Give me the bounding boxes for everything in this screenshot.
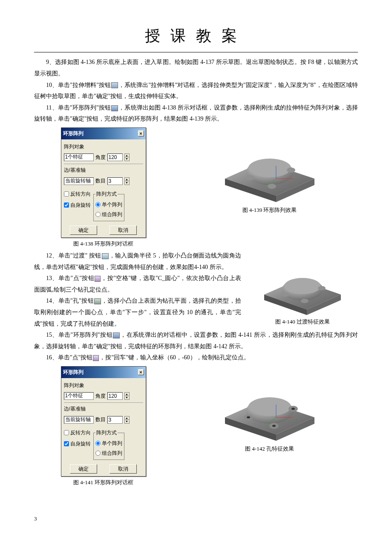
paragraph-11: 11、单击"环形阵列"按钮，系统弹出如图 4-138 所示对话框，设置参数，选择… — [34, 102, 358, 125]
array-mode-group: 阵列方式 单个阵列 组合阵列 — [93, 428, 124, 460]
circular-pattern-dialog: 环形阵列 × 阵列对象 角度 ▲▼ 边/基准轴 数目 ▲▼ — [61, 127, 146, 238]
figure-138: 环形阵列 × 阵列对象 角度 ▲▼ 边/基准轴 数目 ▲▼ — [61, 127, 146, 249]
svg-point-25 — [247, 416, 250, 418]
single-array-radio[interactable]: 单个阵列 — [95, 439, 122, 448]
count-label: 数目 — [95, 415, 106, 425]
svg-point-16 — [282, 292, 289, 297]
reverse-checkbox[interactable]: 反转方向 — [64, 428, 91, 438]
p14-text-a: 14、单击"孔"按钮 — [46, 298, 94, 304]
angle-spinner[interactable]: ▲▼ — [124, 392, 130, 400]
selfrotate-label: 自身旋转 — [70, 439, 91, 449]
array-object-label: 阵列对象 — [64, 142, 143, 152]
figure-140: 图 4-140 过渡特征效果 — [247, 252, 358, 327]
cancel-button[interactable]: 取消 — [110, 225, 137, 235]
angle-field[interactable] — [107, 153, 123, 161]
figure-139: 图 4-139 环形阵列效果 — [208, 127, 331, 216]
reverse-label: 反转方向 — [70, 189, 91, 199]
svg-point-4 — [248, 159, 291, 177]
svg-point-18 — [301, 299, 308, 303]
array-mode-legend: 阵列方式 — [95, 189, 118, 199]
svg-point-6 — [287, 168, 295, 173]
array-object-label: 阵列对象 — [64, 381, 143, 390]
count-label: 数目 — [95, 176, 106, 186]
paragraph-15: 15、单击"环形阵列"按钮，在系统弹出的对话框中，设置参数，如图 4-141 所… — [34, 330, 358, 352]
paragraph-10: 10、单击"拉伸增料"按钮，系统弹出"拉伸增料"对话框，选择拉伸类型为"固定深度… — [34, 80, 358, 102]
render-142 — [208, 366, 331, 443]
dialog-titlebar: 环形阵列 × — [61, 128, 146, 139]
count-field[interactable] — [107, 177, 123, 185]
selfrotate-checkbox[interactable]: 自身旋转 — [64, 439, 91, 449]
caption-140: 图 4-140 过渡特征效果 — [247, 317, 358, 327]
point-icon — [95, 276, 101, 282]
caption-139: 图 4-139 环形阵列效果 — [242, 205, 297, 216]
svg-point-17 — [318, 286, 326, 290]
figure-row-141-142: 环形阵列 × 阵列对象 角度 ▲▼ 边/基准轴 数目 ▲▼ — [34, 366, 358, 488]
figure-row-138-139: 环形阵列 × 阵列对象 角度 ▲▼ 边/基准轴 数目 ▲▼ — [34, 127, 358, 249]
svg-point-27 — [291, 408, 295, 410]
p10-text-a: 10、单击"拉伸增料"按钮 — [46, 82, 111, 88]
caption-138: 图 4-138 环形阵列对话框 — [73, 239, 133, 249]
array-mode-group: 阵列方式 单个阵列 组合阵列 — [93, 189, 124, 221]
circular-pattern-icon — [113, 332, 120, 338]
svg-point-7 — [268, 184, 276, 189]
close-icon[interactable]: × — [138, 369, 144, 375]
axis-field[interactable] — [64, 416, 94, 424]
single-array-radio[interactable]: 单个阵列 — [95, 200, 122, 210]
selfrotate-label: 自身旋转 — [70, 200, 91, 210]
figure-142: 图 4-142 孔特征效果 — [208, 366, 331, 454]
p11-text-a: 11、单击"环形阵列"按钮 — [46, 104, 111, 111]
svg-point-15 — [284, 278, 321, 294]
group-array-label: 组合阵列 — [102, 448, 122, 458]
paragraph-9: 9、选择如图 4-136 所示底座上表面，进入草图。绘制如图 4-137 所示草… — [34, 57, 358, 79]
p15-text-a: 15、单击"环形阵列"按钮 — [46, 332, 112, 338]
circular-pattern-icon — [111, 105, 118, 111]
reverse-checkbox[interactable]: 反转方向 — [64, 189, 91, 199]
render-140 — [251, 252, 354, 316]
caption-142: 图 4-142 孔特征效果 — [245, 444, 294, 454]
circular-pattern-dialog-2: 环形阵列 × 阵列对象 角度 ▲▼ 边/基准轴 数目 ▲▼ — [61, 366, 146, 477]
p16-text-b: ，按"回车"键，输入坐标（60，-60），绘制钻孔定位点。 — [99, 354, 249, 361]
cancel-button[interactable]: 取消 — [110, 464, 137, 474]
svg-point-5 — [246, 175, 255, 180]
single-array-label: 单个阵列 — [102, 200, 122, 210]
angle-label: 角度 — [95, 391, 106, 401]
count-spinner[interactable]: ▲▼ — [124, 416, 130, 424]
point-icon — [93, 355, 99, 361]
single-array-label: 单个阵列 — [102, 439, 122, 448]
p13-text-a: 13、单击"点"按钮 — [46, 275, 94, 281]
group-array-label: 组合阵列 — [102, 210, 122, 220]
reverse-label: 反转方向 — [70, 428, 91, 438]
document-title: 授课教案 — [34, 21, 358, 50]
array-mode-legend: 阵列方式 — [95, 428, 118, 438]
count-spinner[interactable]: ▲▼ — [124, 177, 130, 185]
extrude-icon — [111, 82, 118, 88]
angle-field[interactable] — [107, 392, 123, 400]
axis-label: 边/基准轴 — [64, 404, 143, 414]
figure-141: 环形阵列 × 阵列对象 角度 ▲▼ 边/基准轴 数目 ▲▼ — [61, 366, 146, 488]
axis-label: 边/基准轴 — [64, 165, 143, 175]
dialog-titlebar: 环形阵列 × — [61, 367, 146, 378]
hole-icon — [94, 298, 101, 304]
p16-text-a: 16、单击"点"按钮 — [46, 354, 92, 361]
dialog-title: 环形阵列 — [63, 129, 84, 139]
dialog-title: 环形阵列 — [63, 367, 84, 377]
render-139 — [208, 127, 331, 204]
group-array-radio[interactable]: 组合阵列 — [95, 210, 122, 220]
angle-spinner[interactable]: ▲▼ — [124, 153, 130, 161]
close-icon[interactable]: × — [138, 130, 144, 136]
array-object-field[interactable] — [64, 153, 94, 161]
group-array-radio[interactable]: 组合阵列 — [95, 448, 122, 458]
title-rule — [34, 52, 358, 52]
p12-text-a: 12、单击"过渡" 按钮 — [46, 252, 101, 259]
svg-point-23 — [248, 397, 291, 416]
page-number: 3 — [34, 514, 358, 524]
angle-label: 角度 — [95, 153, 106, 162]
array-object-field[interactable] — [64, 392, 94, 400]
count-field[interactable] — [107, 416, 123, 424]
selfrotate-checkbox[interactable]: 自身旋转 — [64, 200, 91, 210]
ok-button[interactable]: 确定 — [70, 464, 97, 474]
axis-field[interactable] — [64, 177, 94, 185]
ok-button[interactable]: 确定 — [70, 225, 97, 235]
fillet-icon — [102, 253, 109, 259]
caption-141: 图 4-141 环形阵列对话框 — [73, 477, 133, 488]
